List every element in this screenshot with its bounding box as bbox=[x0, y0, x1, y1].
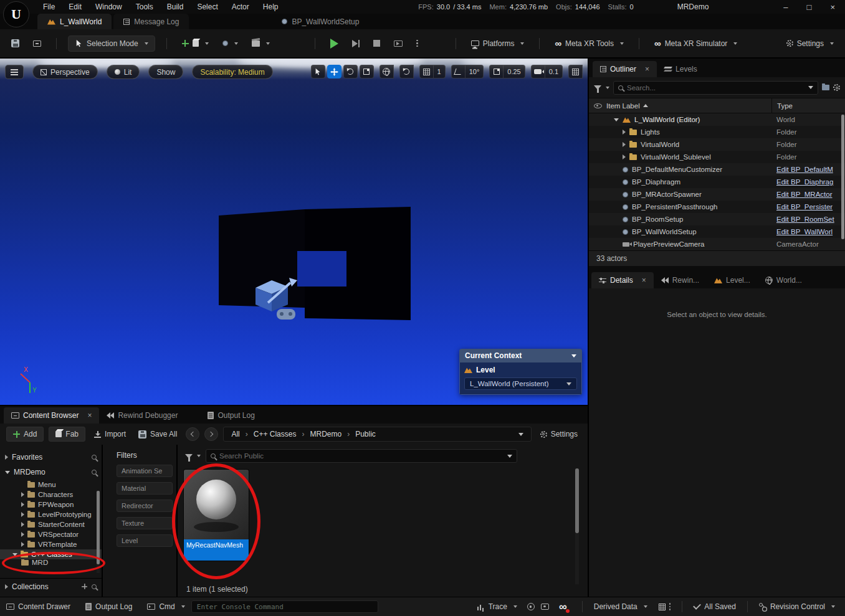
close-icon[interactable]: × bbox=[642, 277, 646, 284]
breadcrumb-item-all[interactable]: All bbox=[231, 430, 239, 438]
cinematics-dropdown[interactable] bbox=[248, 37, 274, 50]
tree-item-levelprototyping[interactable]: LevelPrototyping bbox=[0, 509, 102, 519]
tab-outliner[interactable]: Outliner × bbox=[593, 61, 657, 77]
filter-chip-texture[interactable]: Texture bbox=[117, 517, 173, 529]
edit-blueprint-link[interactable]: Edit BP_WallWorl bbox=[771, 228, 845, 235]
outliner-row[interactable]: BP_DefaultMenuCustomizer Edit BP_Default… bbox=[589, 163, 845, 176]
tab-levels-panel[interactable]: Level... bbox=[707, 272, 758, 288]
expand-arrow-icon[interactable] bbox=[623, 154, 626, 159]
outliner-row[interactable]: Lights Folder bbox=[589, 126, 845, 138]
content-browser-settings-button[interactable]: Settings bbox=[537, 427, 581, 442]
revision-control-dropdown[interactable]: Revision Control bbox=[759, 602, 835, 611]
tab-rewind-debugger-bottom[interactable]: Rewind Debugger bbox=[99, 407, 185, 424]
expand-arrow-icon[interactable] bbox=[21, 502, 24, 507]
rotate-tool-button[interactable] bbox=[343, 65, 358, 78]
expand-arrow-icon[interactable] bbox=[5, 455, 8, 460]
asset-scrollbar[interactable] bbox=[575, 468, 579, 584]
meta-status-button[interactable]: ∞ bbox=[559, 601, 567, 612]
expand-arrow-icon[interactable] bbox=[21, 542, 24, 547]
outliner-row[interactable]: BP_WallWorldSetup Edit BP_WallWorl bbox=[589, 225, 845, 238]
favorites-section[interactable]: Favorites bbox=[0, 450, 102, 465]
console-command-box[interactable] bbox=[191, 600, 378, 613]
tab-levels[interactable]: Levels bbox=[657, 61, 705, 77]
viewport-options-button[interactable] bbox=[5, 65, 24, 79]
visibility-eye-icon[interactable] bbox=[594, 103, 602, 108]
search-icon[interactable] bbox=[92, 584, 97, 589]
expand-arrow-icon[interactable] bbox=[614, 118, 619, 121]
search-icon[interactable] bbox=[92, 470, 97, 475]
outliner-settings-icon[interactable] bbox=[833, 84, 840, 91]
close-icon[interactable]: × bbox=[645, 65, 649, 73]
maximize-viewport-button[interactable] bbox=[568, 65, 583, 78]
menu-item-tools[interactable]: Tools bbox=[129, 1, 160, 13]
filter-chip-material[interactable]: Material bbox=[117, 482, 173, 495]
filter-chip-level[interactable]: Level bbox=[117, 534, 173, 547]
menu-item-build[interactable]: Build bbox=[160, 1, 191, 13]
perspective-dropdown[interactable]: Perspective bbox=[32, 65, 98, 79]
outliner-row[interactable]: PlayerPreviewCamera CameraActor bbox=[589, 238, 845, 250]
edit-blueprint-link[interactable]: Edit BP_RoomSet bbox=[771, 216, 845, 223]
meta-xr-tools-dropdown[interactable]: ∞ Meta XR Tools bbox=[551, 36, 628, 51]
expand-arrow-icon[interactable] bbox=[623, 142, 626, 147]
world-local-toggle-button[interactable] bbox=[380, 65, 394, 78]
edit-blueprint-link[interactable]: Edit BP_Persister bbox=[771, 203, 845, 211]
tree-item-startercontent[interactable]: StarterContent bbox=[0, 519, 102, 529]
content-drawer-button[interactable]: Content Drawer bbox=[6, 602, 70, 611]
collections-section[interactable]: Collections bbox=[0, 578, 102, 594]
asset-search-box[interactable] bbox=[206, 449, 517, 463]
expand-arrow-icon[interactable] bbox=[21, 492, 24, 497]
create-folder-icon[interactable] bbox=[822, 85, 829, 90]
tab-level-l-wallworld[interactable]: L_WallWorld bbox=[37, 14, 112, 29]
outliner-scrollbar[interactable] bbox=[841, 113, 844, 249]
expand-arrow-icon[interactable] bbox=[21, 532, 24, 537]
move-tool-button[interactable] bbox=[327, 65, 341, 78]
filter-chip-redirector[interactable]: Redirector bbox=[117, 500, 173, 512]
add-button[interactable]: Add bbox=[6, 427, 44, 442]
tab-message-log[interactable]: Message Log bbox=[113, 14, 189, 29]
launch-button[interactable] bbox=[390, 37, 406, 50]
forward-button[interactable] bbox=[204, 427, 218, 441]
screenshot-icon[interactable] bbox=[541, 604, 549, 610]
edit-blueprint-link[interactable]: Edit BP_DefaultM bbox=[771, 166, 845, 173]
rotation-snap-toggle[interactable] bbox=[451, 65, 465, 78]
expand-arrow-icon[interactable] bbox=[623, 130, 626, 135]
settings-dropdown[interactable]: Settings bbox=[783, 36, 838, 51]
select-tool-button[interactable] bbox=[311, 65, 325, 78]
outliner-row[interactable]: VirtualWorld_Sublevel Folder bbox=[589, 151, 845, 163]
menu-item-actor[interactable]: Actor bbox=[225, 1, 256, 13]
tab-details[interactable]: Details × bbox=[591, 272, 654, 288]
current-level-selector[interactable]: L_WallWorld (Persistent) bbox=[464, 377, 577, 390]
tab-output-log[interactable]: Output Log bbox=[200, 407, 262, 424]
project-root-section[interactable]: MRDemo bbox=[0, 465, 102, 480]
insights-button[interactable] bbox=[659, 603, 671, 610]
selection-mode-dropdown[interactable]: Selection Mode bbox=[68, 36, 155, 52]
search-icon[interactable] bbox=[92, 455, 97, 460]
tree-item-characters[interactable]: Characters bbox=[0, 490, 102, 500]
tree-item-vrtemplate[interactable]: VRTemplate bbox=[0, 539, 102, 549]
window-minimize-button[interactable]: – bbox=[783, 2, 788, 12]
chevron-down-icon[interactable] bbox=[518, 433, 523, 436]
expand-arrow-icon[interactable] bbox=[5, 471, 10, 474]
tab-content-browser[interactable]: Content Browser × bbox=[4, 407, 99, 424]
outliner-row[interactable]: VirtualWorld Folder bbox=[589, 138, 845, 151]
trace-target-icon[interactable] bbox=[527, 603, 535, 610]
breadcrumb-item-cpp-classes[interactable]: C++ Classes bbox=[254, 430, 297, 438]
menu-item-help[interactable]: Help bbox=[256, 1, 285, 13]
close-icon[interactable]: × bbox=[87, 412, 92, 419]
tree-item-cpp-classes[interactable]: C++ Classes bbox=[0, 549, 102, 559]
blueprints-dropdown[interactable] bbox=[219, 37, 242, 49]
grid-snap-value-button[interactable]: 1 bbox=[434, 65, 446, 78]
camera-speed-value-button[interactable]: 0.1 bbox=[545, 65, 563, 78]
tree-item-fpweapon[interactable]: FPWeapon bbox=[0, 500, 102, 509]
trace-dropdown[interactable]: Trace bbox=[477, 602, 517, 611]
back-button[interactable] bbox=[186, 427, 199, 441]
window-maximize-button[interactable]: □ bbox=[807, 2, 812, 12]
outliner-row[interactable]: BP_Diaphragm Edit BP_Diaphrag bbox=[589, 176, 845, 188]
surface-snap-button[interactable] bbox=[399, 65, 414, 78]
all-saved-indicator[interactable]: All Saved bbox=[694, 602, 736, 611]
rotation-snap-value-button[interactable]: 10° bbox=[465, 65, 484, 78]
asset-search-input[interactable] bbox=[219, 452, 504, 460]
asset-tile-myrecastnavmesh[interactable]: MyRecastNavMesh bbox=[184, 470, 249, 561]
tree-scrollbar[interactable] bbox=[97, 491, 100, 573]
view-mode-dropdown[interactable]: Lit bbox=[107, 65, 140, 79]
